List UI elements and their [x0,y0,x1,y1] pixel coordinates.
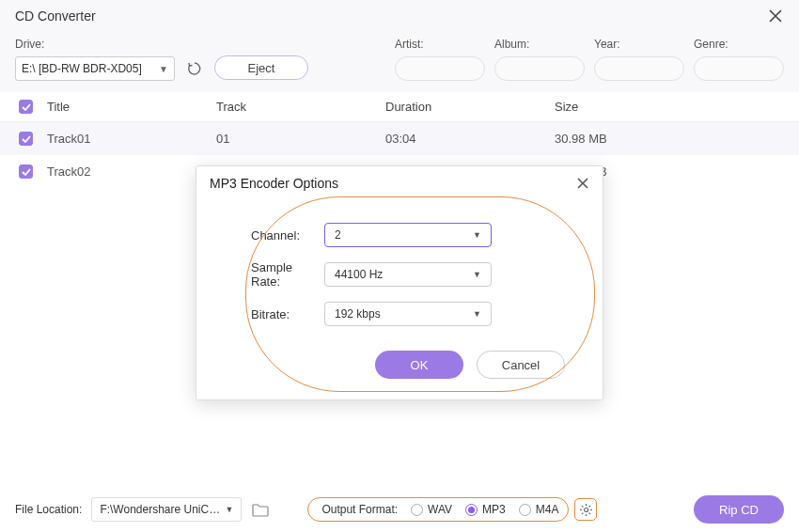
dialog-close-icon[interactable] [576,177,589,190]
dialog-buttons: OK Cancel [223,351,565,379]
rip-label: Rip CD [719,503,759,517]
artist-group: Artist: [395,38,485,81]
refresh-button[interactable] [184,58,205,79]
sample-rate-value: 44100 Hz [335,268,383,281]
cell-title: Track01 [47,132,216,146]
artist-label: Artist: [395,38,485,51]
ok-button[interactable]: OK [375,351,463,379]
row-checkbox[interactable] [19,164,33,179]
bitrate-select[interactable]: 192 kbps ▼ [324,302,492,326]
cancel-button[interactable]: Cancel [477,351,565,379]
channel-label: Channel: [223,228,324,243]
year-label: Year: [594,38,684,51]
encoder-dialog: MP3 Encoder Options Channel: 2 ▼ Sample … [196,165,603,400]
drive-value: E:\ [BD-RW BDR-XD05] [22,62,142,75]
dialog-body: Channel: 2 ▼ Sample Rate: 44100 Hz ▼ Bit… [196,200,603,399]
cell-size: 30.98 MB [555,132,780,146]
drive-label: Drive: [15,38,175,51]
output-format-label: Output Format: [321,503,398,516]
cell-title: Track02 [47,164,216,179]
settings-button[interactable] [574,498,597,521]
channel-value: 2 [335,228,341,242]
svg-point-0 [584,508,588,511]
eject-button[interactable]: Eject [214,55,308,80]
file-location-label: File Location: [15,503,82,516]
output-format-group: Output Format: WAV MP3 M4A [307,497,569,522]
year-input[interactable] [594,56,684,81]
folder-icon[interactable] [251,501,270,518]
chevron-down-icon: ▼ [159,64,168,74]
table-header: Title Track Duration Size [0,92,799,122]
chevron-down-icon: ▼ [225,505,233,514]
dialog-header: MP3 Encoder Options [196,166,603,200]
artist-input[interactable] [395,56,485,81]
bitrate-label: Bitrate: [223,307,324,321]
channel-row: Channel: 2 ▼ [223,223,576,247]
genre-group: Genre: [694,38,784,81]
channel-select[interactable]: 2 ▼ [324,223,492,247]
col-title: Title [47,100,216,114]
col-track: Track [216,100,385,114]
sample-rate-row: Sample Rate: 44100 Hz ▼ [223,260,576,289]
chevron-down-icon: ▼ [473,270,481,279]
mp3-label: MP3 [482,503,506,516]
chevron-down-icon: ▼ [473,230,481,240]
file-location-value: F:\Wondershare UniConverter [100,503,225,516]
rip-cd-button[interactable]: Rip CD [694,495,784,524]
chevron-down-icon: ▼ [473,309,481,319]
titlebar: CD Converter [0,0,799,32]
bitrate-value: 192 kbps [335,307,381,321]
select-all-checkbox[interactable] [19,100,33,114]
radio-mp3[interactable]: MP3 [465,503,506,516]
eject-label: Eject [248,61,275,75]
cell-duration: 03:04 [385,132,555,146]
window-title: CD Converter [15,8,96,23]
album-label: Album: [494,38,585,51]
col-duration: Duration [385,100,555,114]
sample-rate-select[interactable]: 44100 Hz ▼ [324,262,492,287]
album-group: Album: [494,38,585,81]
drive-select[interactable]: E:\ [BD-RW BDR-XD05] ▼ [15,56,175,81]
bitrate-row: Bitrate: 192 kbps ▼ [223,302,576,326]
radio-wav[interactable]: WAV [411,503,452,516]
cancel-label: Cancel [502,358,540,372]
genre-input[interactable] [694,56,784,81]
album-input[interactable] [494,56,585,81]
top-controls: Drive: E:\ [BD-RW BDR-XD05] ▼ Eject Arti… [0,32,799,92]
cell-track: 01 [216,132,385,146]
genre-label: Genre: [694,38,784,51]
dialog-title: MP3 Encoder Options [210,176,338,191]
table-row[interactable]: Track01 01 03:04 30.98 MB [0,122,799,155]
col-size: Size [555,100,780,114]
gear-icon [579,503,593,517]
file-location-select[interactable]: F:\Wondershare UniConverter ▼ [91,497,242,522]
sample-rate-label: Sample Rate: [223,260,324,289]
row-checkbox[interactable] [19,132,33,146]
drive-group: Drive: E:\ [BD-RW BDR-XD05] ▼ [15,38,175,81]
close-icon[interactable] [767,8,784,24]
year-group: Year: [594,38,684,81]
wav-label: WAV [428,503,452,516]
ok-label: OK [411,358,429,372]
bottom-bar: File Location: F:\Wondershare UniConvert… [0,487,799,532]
radio-m4a[interactable]: M4A [519,503,559,516]
m4a-label: M4A [536,503,559,516]
